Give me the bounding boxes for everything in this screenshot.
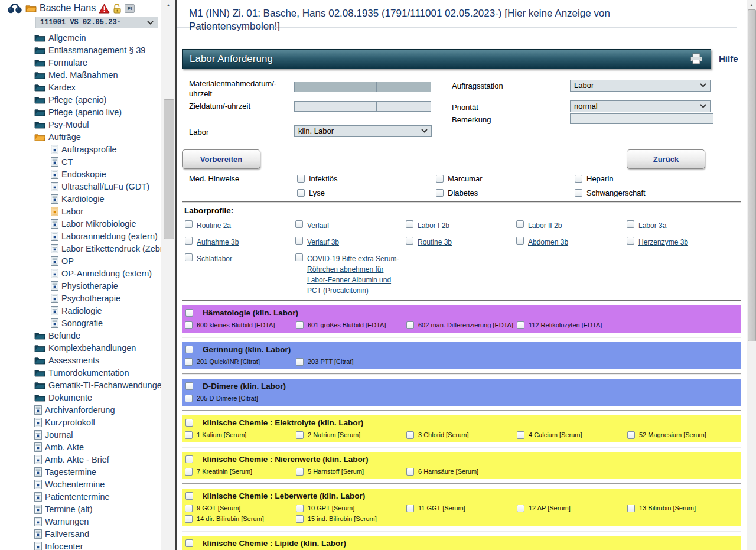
sidebar-item-psychotherapie[interactable]: Psychotherapie [0,292,161,304]
hint-checkbox-infektiös[interactable] [297,175,305,183]
test-item-2-natrium-serum[interactable]: 2 Natrium [Serum] [296,431,406,439]
test-item-9-got-serum[interactable]: 9 GOT [Serum] [185,505,296,512]
test-item-205-d-dimere-citrat[interactable]: 205 D-Dimere [Citrat] [185,395,296,402]
test-item-601-großes-blutbild-edta[interactable]: 601 großes Blutbild [EDTA] [296,321,406,329]
patient-folder-icon[interactable] [25,4,37,12]
sidebar-item-amb-akte[interactable]: Amb. Akte [0,441,161,453]
test-item-203-ptt-citrat[interactable]: 203 PTT [Citrat] [296,358,406,366]
test-checkbox-5-harnstoff-serum[interactable] [296,468,304,476]
hint-checkbox-heparin[interactable] [575,175,582,183]
test-item-14-dir-bilirubin-serum[interactable]: 14 dir. Bilirubin [Serum] [185,515,296,523]
sidebar-item-aufträge[interactable]: Aufträge [0,131,161,143]
target-time-input[interactable] [376,101,431,112]
test-checkbox-6-harnsäure-serum[interactable] [406,468,414,476]
test-item-600-kleines-blutbild-edta[interactable]: 600 kleines Blutbild [EDTA] [185,321,296,329]
sidebar-item-infocenter[interactable]: Infocenter [0,540,161,550]
profile-checkbox-verlauf-3b[interactable] [295,237,303,245]
test-item-4-calcium-serum[interactable]: 4 Calcium [Serum] [517,431,627,439]
hint-lyse[interactable]: Lyse [297,188,436,197]
sidebar-item-amb-akte-brief[interactable]: Amb. Akte - Brief [0,453,161,466]
profile-checkbox-labor-ii-2b[interactable] [516,220,524,228]
hint-checkbox-schwangerschaft[interactable] [575,189,582,197]
section-checkbox-gerinnung-klin-labor[interactable] [185,346,193,353]
sidebar-item-komplexbehandlungen[interactable]: Komplexbehandlungen [0,341,161,354]
section-checkbox-d-dimere-klin-labor[interactable] [185,382,193,390]
material-time-input[interactable] [376,82,431,92]
test-item-52-magnesium-serum[interactable]: 52 Magnesium [Serum] [627,431,738,439]
sidebar-item-labor[interactable]: Labor [0,205,161,217]
sidebar-item-patiententermine[interactable]: Patiententermine [0,490,161,503]
profile-link-verlauf[interactable]: Verlauf [307,220,329,231]
test-checkbox-205-d-dimere-citrat[interactable] [185,395,193,402]
test-checkbox-1-kalium-serum[interactable] [185,431,193,439]
test-item-112-retikolozyten-edta[interactable]: 112 Retikolozyten [EDTA] [517,321,627,329]
profile-checkbox-verlauf[interactable] [295,220,303,228]
test-item-6-harnsäure-serum[interactable]: 6 Harnsäure [Serum] [406,468,517,476]
profile-link-herzenzyme-3b[interactable]: Herzenzyme 3b [638,237,688,248]
profile-checkbox-routine-2a[interactable] [185,220,193,228]
test-checkbox-13-bilirubin-serum[interactable] [627,505,635,512]
section-checkbox-klinische-chemie-elektrolyte-klin-labor[interactable] [185,419,193,427]
profile-link-labor-3a[interactable]: Labor 3a [638,220,666,231]
profile-link-verlauf-3b[interactable]: Verlauf 3b [307,237,339,248]
zurueck-button[interactable]: Zurück [627,149,705,169]
sidebar-item-kardiologie[interactable]: Kardiologie [0,193,161,205]
vorbereiten-button[interactable]: Vorbereiten [182,149,260,169]
sidebar-item-endoskopie[interactable]: Endoskopie [0,168,161,180]
profile-link-schlaflabor[interactable]: Schlaflabor [197,253,232,264]
test-item-11-ggt-serum[interactable]: 11 GGT [Serum] [406,505,517,512]
hint-marcumar[interactable]: Marcumar [436,174,575,183]
sidebar-item-kardex[interactable]: Kardex [0,81,161,93]
station-select[interactable]: Labor [570,80,711,92]
sidebar-item-tagestermine[interactable]: Tagestermine [0,466,161,478]
sidebar-item-laboranmeldung-extern[interactable]: Laboranmeldung (extern) [0,230,161,242]
test-item-201-quick-inr-citrat[interactable]: 201 Quick/INR [Citrat] [185,358,296,366]
binoculars-icon[interactable] [7,4,22,14]
sidebar-item-fallversand[interactable]: Fallversand [0,528,161,540]
labor-select[interactable]: klin. Labor [294,125,432,137]
test-item-5-harnstoff-serum[interactable]: 5 Harnstoff [Serum] [296,468,406,476]
hint-infektiös[interactable]: Infektiös [297,174,436,183]
profile-link-labor-ii-2b[interactable]: Labor II 2b [528,220,562,231]
sidebar-item-ct[interactable]: CT [0,155,161,168]
test-item-3-chlorid-serum[interactable]: 3 Chlorid [Serum] [406,431,517,439]
test-checkbox-12-ap-serum[interactable] [517,505,524,512]
sidebar-item-labor-mikrobiologie[interactable]: Labor Mikrobiologie [0,217,161,230]
profile-link-routine-3b[interactable]: Routine 3b [418,237,452,248]
lock-open-icon[interactable] [113,4,122,14]
remark-input[interactable] [570,113,713,124]
target-date-input[interactable] [294,101,377,112]
test-item-10-gpt-serum[interactable]: 10 GPT [Serum] [296,505,406,512]
sidebar-item-wochentermine[interactable]: Wochentermine [0,478,161,490]
test-checkbox-4-calcium-serum[interactable] [517,431,524,439]
sidebar-item-assessments[interactable]: Assessments [0,354,161,366]
test-item-602-man-differenzierung-edta[interactable]: 602 man. Differenzierung [EDTA] [406,321,517,329]
test-checkbox-2-natrium-serum[interactable] [296,431,304,439]
test-item-7-kreatinin-serum[interactable]: 7 Kreatinin [Serum] [185,468,296,476]
section-checkbox-klinische-chemie-nierenwerte-klin-labor[interactable] [185,455,193,463]
test-checkbox-601-großes-blutbild-edta[interactable] [296,321,304,329]
profile-checkbox-labor-i-2b[interactable] [406,220,413,228]
profile-checkbox-covid-19-bitte-extra-serum-röhrchen-abnehmen-für[interactable] [295,253,303,261]
sidebar-item-op[interactable]: OP [0,255,161,267]
profile-link-aufnahme-3b[interactable]: Aufnahme 3b [197,237,239,248]
priority-select[interactable]: normal [570,100,711,112]
sidebar-item-auftragsprofile[interactable]: Auftragsprofile [0,143,161,155]
profile-link-routine-2a[interactable]: Routine 2a [197,220,231,231]
hint-diabetes[interactable]: Diabetes [436,188,575,197]
scroll-up-icon[interactable]: ▲ [747,0,756,9]
test-checkbox-201-quick-inr-citrat[interactable] [185,358,193,366]
sidebar-item-befunde[interactable]: Befunde [0,329,161,341]
test-checkbox-600-kleines-blutbild-edta[interactable] [185,321,193,329]
hint-checkbox-marcumar[interactable] [436,175,444,183]
profile-checkbox-herzenzyme-3b[interactable] [627,237,634,245]
test-checkbox-3-chlorid-serum[interactable] [406,431,414,439]
sidebar-item-labor-etikettendruck-zebra[interactable]: Labor Etikettendruck (Zebra) [0,242,161,255]
warning-icon[interactable] [99,4,110,14]
sidebar-item-ultraschall-lufu-gdt[interactable]: Ultraschall/LuFu (GDT) [0,180,161,193]
hint-checkbox-lyse[interactable] [297,189,305,197]
page-scrollbar[interactable]: ▲ [747,0,756,550]
section-checkbox-klinische-chemie-leberwerte-klin-labor[interactable] [185,492,193,500]
test-checkbox-15-ind-bilirubin-serum[interactable] [296,515,304,523]
sidebar-item-journal[interactable]: Journal [0,428,161,441]
